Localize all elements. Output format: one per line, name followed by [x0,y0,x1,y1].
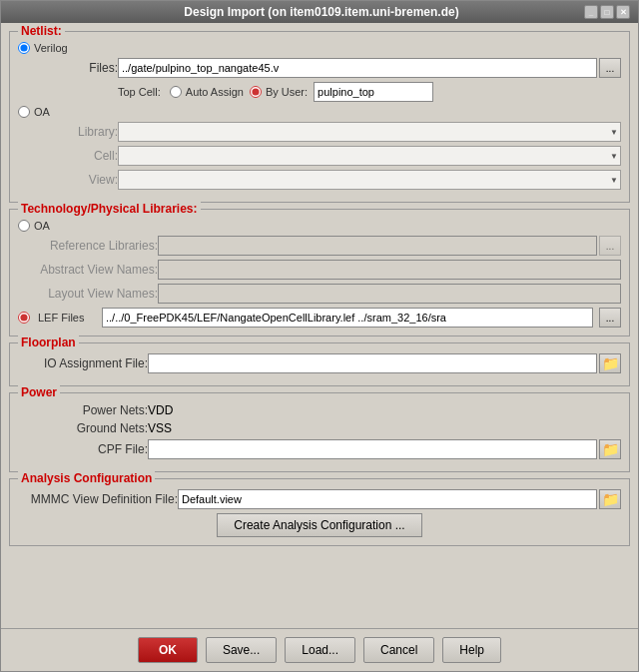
cpf-folder-icon: 📁 [602,441,619,457]
mmmc-label: MMMC View Definition File: [18,492,178,506]
cell-label: Cell: [38,149,118,163]
abs-view-input [158,260,621,280]
cell-row: Cell: ▼ [18,146,621,166]
cancel-button[interactable]: Cancel [363,637,434,663]
files-row: Files: ... [18,58,621,78]
oa-radio[interactable] [18,106,30,118]
analysis-section: Analysis Configuration MMMC View Definit… [9,478,630,546]
auto-assign-group: Auto Assign [170,86,244,98]
cell-dropdown [118,146,621,166]
io-label: IO Assignment File: [18,356,148,370]
oa-radio-row: OA [18,106,621,118]
library-dropdown-wrapper: ▼ [118,122,621,142]
library-label: Library: [38,125,118,139]
library-row: Library: ▼ [18,122,621,142]
power-nets-value: VDD [148,403,173,417]
lef-row: LEF Files ... [18,308,621,328]
abs-view-label: Abstract View Names: [38,263,158,277]
view-row: View: ▼ [18,170,621,190]
power-title: Power [18,385,60,399]
ref-lib-browse-button: ... [599,236,621,256]
tech-oa-row: OA [18,220,621,232]
netlist-section: Netlist: Verilog Files: ... Top Cel [9,31,630,203]
io-browse-button[interactable]: 📁 [599,353,621,373]
window-title: Design Import (on item0109.item.uni-brem… [59,5,584,19]
bottom-bar: OK Save... Load... Cancel Help [1,628,638,671]
floorplan-title: Floorplan [18,336,79,349]
lef-radio[interactable] [18,312,30,324]
verilog-radio[interactable] [18,42,30,54]
ground-nets-value: VSS [148,421,172,435]
layout-view-row: Layout View Names: [18,284,621,304]
main-window: Design Import (on item0109.item.uni-brem… [0,0,639,672]
by-user-label: By User: [266,86,308,98]
maximize-button[interactable]: □ [600,5,614,19]
close-icon: ✕ [620,8,627,17]
minimize-button[interactable]: _ [584,5,598,19]
analysis-title: Analysis Configuration [18,471,155,485]
auto-assign-label: Auto Assign [186,86,244,98]
minimize-icon: _ [589,8,593,17]
tech-title: Technology/Physical Libraries: [18,202,201,216]
create-analysis-button[interactable]: Create Analysis Configuration ... [217,513,421,537]
top-cell-label: Top Cell: [118,86,161,98]
titlebar: Design Import (on item0109.item.uni-brem… [1,1,638,23]
tech-oa-radio[interactable] [18,220,30,232]
tech-oa-label: OA [34,220,50,232]
oa-label: OA [34,106,50,118]
verilog-label: Verilog [34,42,68,54]
by-user-radio[interactable] [250,86,262,98]
view-label: View: [38,173,118,187]
mmmc-folder-icon: 📁 [602,491,619,507]
netlist-title: Netlist: [18,24,65,38]
ok-button[interactable]: OK [138,637,198,663]
abs-view-row: Abstract View Names: [18,260,621,280]
files-input[interactable] [118,58,597,78]
view-dropdown-wrapper: ▼ [118,170,621,190]
lef-browse-button[interactable]: ... [599,308,621,328]
mmmc-row: MMMC View Definition File: 📁 [18,489,621,509]
files-browse-button[interactable]: ... [599,58,621,78]
mmmc-input[interactable] [178,489,597,509]
tech-section: Technology/Physical Libraries: OA Refere… [9,209,630,336]
library-dropdown [118,122,621,142]
power-section: Power Power Nets: VDD Ground Nets: VSS C… [9,392,630,472]
power-nets-row: Power Nets: VDD [18,403,621,417]
ground-nets-row: Ground Nets: VSS [18,421,621,435]
ground-nets-label: Ground Nets: [18,421,148,435]
power-nets-label: Power Nets: [18,403,148,417]
mmmc-browse-button[interactable]: 📁 [599,489,621,509]
lef-input[interactable] [102,308,593,328]
by-user-input[interactable] [314,82,433,102]
help-button[interactable]: Help [442,637,501,663]
ref-browse-dots: ... [606,241,614,252]
lef-browse-dots: ... [606,313,614,324]
io-assignment-row: IO Assignment File: 📁 [18,353,621,373]
lef-label: LEF Files [38,312,98,324]
view-dropdown [118,170,621,190]
cpf-row: CPF File: 📁 [18,439,621,459]
cpf-label: CPF File: [18,442,148,456]
layout-view-label: Layout View Names: [38,287,158,301]
cpf-input[interactable] [148,439,597,459]
ref-lib-label: Reference Libraries: [38,239,158,253]
cell-dropdown-wrapper: ▼ [118,146,621,166]
load-button[interactable]: Load... [285,637,355,663]
ref-lib-row: Reference Libraries: ... [18,236,621,256]
floorplan-section: Floorplan IO Assignment File: 📁 [9,342,630,386]
auto-assign-radio[interactable] [170,86,182,98]
browse-dots-icon: ... [606,63,614,74]
top-cell-row: Top Cell: Auto Assign By User: [18,82,621,102]
cpf-browse-button[interactable]: 📁 [599,439,621,459]
save-button[interactable]: Save... [206,637,277,663]
by-user-group: By User: [250,86,308,98]
files-label: Files: [38,61,118,75]
layout-view-input [158,284,621,304]
folder-icon: 📁 [602,355,619,371]
io-assignment-input[interactable] [148,353,597,373]
close-button[interactable]: ✕ [616,5,630,19]
maximize-icon: □ [605,8,610,17]
verilog-radio-row: Verilog [18,42,621,54]
ref-lib-input [158,236,597,256]
content-area: Netlist: Verilog Files: ... Top Cel [1,23,638,628]
